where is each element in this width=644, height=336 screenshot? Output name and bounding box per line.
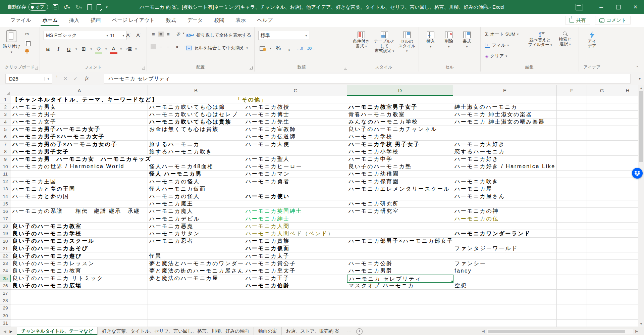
cell-C1[interactable]: 「その他」 — [235, 96, 338, 103]
row-header-27[interactable]: 27 — [0, 290, 11, 297]
scroll-right-icon[interactable]: ▶ — [635, 329, 638, 333]
copy-icon[interactable] — [24, 40, 30, 45]
menu-tab-ホーム[interactable]: ホーム — [37, 14, 63, 27]
clipboard-dialog-launcher-icon[interactable] — [35, 66, 38, 69]
increase-decimal-icon[interactable]: ←.0 — [296, 44, 304, 52]
cell-B18[interactable]: ハーモニカ悪魔 — [149, 223, 243, 230]
cell-A26[interactable]: 良い子のハーモニカ広場 — [12, 282, 147, 289]
cell-B7[interactable]: 旅するハーモニカ — [149, 141, 243, 148]
cell-A12[interactable]: ハーモニカ王国 — [12, 178, 147, 185]
cell-D3[interactable]: 青春ハーモニカ教室 — [348, 111, 452, 118]
vertical-scrollbar[interactable]: ▲ ▼ — [638, 85, 644, 327]
cell-E4[interactable]: ハーモニカ 紳士淑女の嗜み楽器 — [454, 118, 555, 126]
cell-D2[interactable]: ハーモニカ教室男子女子 — [348, 104, 452, 111]
menu-tab-描画[interactable]: 描画 — [85, 14, 106, 27]
fill-handle[interactable] — [451, 280, 453, 283]
font-dialog-launcher-icon[interactable] — [142, 66, 145, 69]
align-top-icon[interactable]: ≡ — [151, 32, 156, 37]
cell-E9[interactable]: ハーモニカ好き — [454, 156, 555, 163]
cell-B25[interactable]: 夢と魔法のハーモニカ屋 — [149, 275, 243, 282]
horizontal-scroll-thumb[interactable] — [488, 330, 625, 333]
row-header-30[interactable]: 30 — [0, 312, 11, 320]
share-button[interactable]: 共有 — [565, 16, 590, 25]
active-cell-D25[interactable]: ハーモニカ セレブリティ — [347, 275, 453, 283]
sheet-nav-prev-icon[interactable]: ◀ — [3, 329, 6, 334]
close-button[interactable]: ✕ — [627, 0, 644, 14]
cell-E14[interactable]: ハーモニカ屋さん — [454, 193, 555, 200]
sheet-tabs-more[interactable]: … — [344, 327, 354, 335]
cell-B8[interactable]: 旅するハーモニカ吹き — [149, 148, 243, 155]
cell-E21[interactable]: ファンタジーワールド — [454, 245, 555, 252]
maximize-button[interactable] — [610, 0, 627, 14]
cell-C18[interactable]: ハーモニカ人間 — [246, 223, 346, 230]
cell-A24[interactable]: 良い子のハーモニカ教育 — [12, 268, 147, 275]
column-header-H[interactable]: H — [617, 85, 638, 96]
row-header-3[interactable]: 3 — [0, 111, 11, 118]
row-header-14[interactable]: 14 — [0, 193, 11, 200]
save-as-icon[interactable] — [97, 4, 101, 10]
menu-tab-データ[interactable]: データ — [182, 14, 209, 27]
column-header-A[interactable]: A — [11, 85, 148, 96]
cell-A10[interactable]: ハーモニカの世界 / Harmonica World — [12, 163, 147, 170]
cell-D12[interactable]: ハーモニカ保育園 — [348, 178, 452, 185]
merge-center-button[interactable]: ↔ セルを結合して中央揃え▾ — [186, 45, 248, 51]
cell-E10[interactable]: ハーモニカ好き / Harmonica Like — [454, 163, 555, 170]
format-cells-button[interactable]: 書式▾ — [459, 32, 475, 49]
decrease-indent-icon[interactable]: ⇤ — [175, 44, 181, 49]
print-preview-icon[interactable] — [87, 4, 92, 10]
font-size-select[interactable]: 11▾ — [108, 31, 126, 40]
underline-button[interactable]: U — [65, 45, 72, 53]
scroll-left-icon[interactable]: ◀ — [482, 329, 485, 333]
cell-E16[interactable]: ハーモニカの神 — [454, 208, 555, 215]
menu-tab-挿入[interactable]: 挿入 — [63, 14, 85, 27]
row-header-31[interactable]: 31 — [0, 320, 11, 327]
comments-button[interactable]: コメント — [595, 16, 631, 25]
cell-A20[interactable]: 良い子のハーモニカスクール — [12, 238, 147, 245]
number-format-select[interactable]: 標準▾ — [258, 31, 309, 40]
cell-C23[interactable]: ハーモニカ貴公子 — [246, 260, 346, 267]
font-color-icon[interactable]: A — [110, 44, 117, 54]
cell-D4[interactable]: みんなのハーモニカ学校 — [348, 118, 452, 126]
cell-C4[interactable]: ハーモニカ先生 — [246, 118, 346, 126]
wrap-text-button[interactable]: ab↵ 折り返して全体を表示する — [186, 32, 251, 38]
cell-A13[interactable]: ハーモニカと夢の王国 — [12, 186, 147, 193]
cell-D23[interactable]: ハーモニカ公爵 — [348, 260, 452, 267]
menu-tab-ヘルプ[interactable]: ヘルプ — [251, 14, 278, 27]
cell-A9[interactable]: ハーモニカ男 ハーモニカ女 ハーモニカキッズ — [12, 156, 243, 163]
align-left-icon[interactable]: ≡ — [151, 44, 156, 49]
cell-C22[interactable]: ハーモニカ太子 — [246, 253, 346, 260]
align-middle-icon[interactable]: ≡ — [158, 32, 164, 37]
sheet-tab-好きな言葉、タイトル、セリフ、言い回し、格言、川柳、好みの傾向[interactable]: 好きな言葉、タイトル、セリフ、言い回し、格言、川柳、好みの傾向 — [98, 327, 254, 335]
cut-icon[interactable]: ✂ — [24, 31, 30, 37]
row-header-22[interactable]: 22 — [0, 252, 11, 260]
number-dialog-launcher-icon[interactable] — [344, 66, 347, 69]
cell-C24[interactable]: ハーモニカ皇太子 — [246, 268, 346, 275]
format-as-table-button[interactable]: テーブルとして書式設定 ▾ — [372, 32, 396, 53]
cell-A2[interactable]: ハーモニカ男女 — [12, 104, 147, 111]
cell-C12[interactable]: ハーモニカ勇者 — [246, 178, 346, 185]
cell-E3[interactable]: ハーモニカ 紳士淑女の楽器 — [454, 111, 555, 118]
autosave-toggle[interactable]: 自動保存 オフ — [7, 3, 48, 11]
align-right-icon[interactable]: ≡ — [165, 44, 171, 49]
increase-font-icon[interactable]: Aˆ — [125, 31, 132, 39]
row-header-28[interactable]: 28 — [0, 297, 11, 304]
cell-E12[interactable]: ハーモニカ吹き — [454, 178, 555, 185]
cell-A1[interactable]: 【チャンネルタイトル、テーマ、キーワードなど】 — [12, 96, 243, 103]
cell-C25[interactable]: ハーモニカ王子 — [246, 275, 346, 282]
cell-A8[interactable]: ハーモニカ男子女子 — [12, 148, 147, 155]
cell-A18[interactable]: 良い子のハーモニカ教室 — [12, 223, 147, 230]
row-header-9[interactable]: 9 — [0, 156, 11, 163]
cell-D9[interactable]: ハーモニカ中学 — [348, 156, 452, 163]
cell-C9[interactable]: ハーモニカ聖人 — [246, 156, 346, 163]
row-header-23[interactable]: 23 — [0, 260, 11, 267]
row-header-10[interactable]: 10 — [0, 163, 11, 171]
cell-B3[interactable]: ハーモニカ吹いても心はセレブ — [149, 111, 243, 118]
cell-B5[interactable]: お金は無くても心は貴族 — [149, 126, 243, 133]
format-painter-icon[interactable] — [24, 48, 30, 54]
row-header-20[interactable]: 20 — [0, 238, 11, 245]
cell-E23[interactable]: ファンシー — [454, 260, 555, 267]
menu-tab-数式[interactable]: 数式 — [160, 14, 182, 27]
fill-button[interactable]: ↓フィル▾ — [485, 42, 509, 48]
cell-E8[interactable]: 恋するハーモニカ — [454, 148, 555, 155]
cell-E19[interactable]: ハーモニカワンダーランド — [454, 230, 555, 237]
